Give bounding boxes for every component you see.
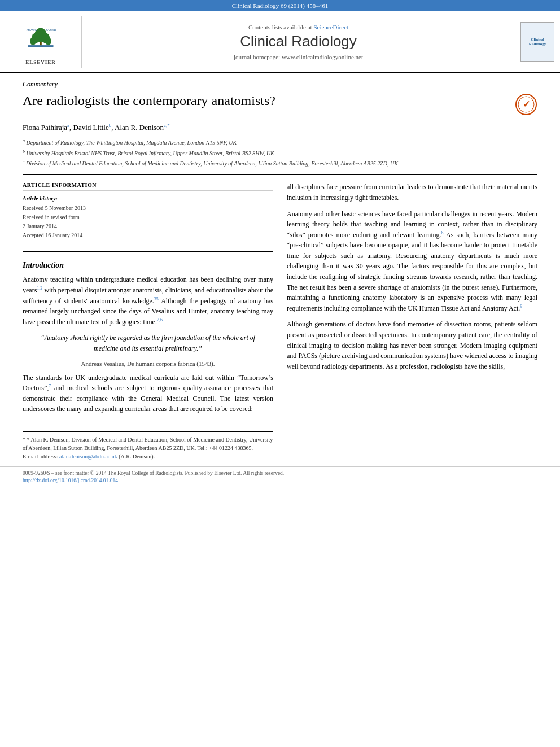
footnote-area: * * Alan R. Denison, Division of Medical… — [23, 431, 273, 461]
affiliation-a: a Department of Radiology, The Whittingt… — [23, 138, 537, 147]
accepted-date: Accepted 16 January 2014 — [23, 231, 273, 240]
right-column: all disciplines face pressure from curri… — [287, 182, 537, 461]
revised-date: 2 January 2014 — [23, 222, 273, 231]
article-title-text: Are radiologists the contemporary anatom… — [23, 92, 275, 110]
elsevier-tree-icon: HOMO FABER — [24, 26, 58, 51]
intro-para-1: Anatomy teaching within undergraduate me… — [23, 274, 273, 327]
footnote-email: E-mail address: alan.denison@abdn.ac.uk … — [23, 452, 273, 461]
info-divider — [23, 251, 273, 252]
two-column-layout: ARTICLE INFORMATION Article history: Rec… — [23, 182, 537, 461]
crossmark-icon: ✓ — [515, 93, 537, 116]
journal-citation: Clinical Radiology 69 (2014) 458–461 — [232, 2, 328, 9]
publisher-logo: HOMO FABER ELSEVIER — [0, 16, 82, 68]
svg-rect-0 — [28, 45, 54, 47]
affiliation-c: c Division of Medical and Dental Educati… — [23, 159, 537, 168]
footnote-star: * * Alan R. Denison, Division of Medical… — [23, 435, 273, 452]
sciencedirect-link[interactable]: ScienceDirect — [313, 24, 348, 30]
article-info-title: ARTICLE INFORMATION — [23, 182, 273, 191]
elsevier-logo-block: HOMO FABER — [12, 19, 69, 58]
doi-link[interactable]: http://dx.doi.org/10.1016/j.crad.2014.01… — [23, 478, 537, 483]
svg-text:HOMO: HOMO — [26, 28, 37, 32]
contents-available-line: Contents lists available at ScienceDirec… — [248, 24, 348, 30]
email-link[interactable]: alan.denison@abdn.ac.uk — [59, 453, 117, 460]
main-content: Commentary Are radiologists the contempo… — [0, 73, 560, 461]
svg-point-5 — [30, 37, 36, 45]
received-date: Received 5 November 2013 — [23, 204, 273, 213]
svg-text:✓: ✓ — [523, 99, 530, 109]
section-type-label: Commentary — [23, 73, 537, 92]
radiology-journal-icon: ClinicalRadiology — [520, 22, 554, 62]
journal-title-block: Contents lists available at ScienceDirec… — [82, 16, 515, 68]
article-info-box: ARTICLE INFORMATION Article history: Rec… — [23, 182, 273, 240]
right-para-2: Anatomy and other basic sciences have fa… — [287, 209, 537, 314]
article-history-title: Article history: — [23, 195, 273, 202]
issn-notice: 0009-9260/$ – see front matter © 2014 Th… — [23, 470, 284, 476]
quote-attribution: Andreas Vesalius, De humani corporis fab… — [23, 360, 273, 367]
journal-logo-right: ClinicalRadiology — [515, 16, 560, 68]
right-para-1: all disciplines face pressure from curri… — [287, 182, 537, 203]
bottom-bar: 0009-9260/$ – see front matter © 2014 Th… — [0, 466, 560, 487]
right-para-3: Although generations of doctors have fon… — [287, 319, 537, 372]
top-bar: Clinical Radiology 69 (2014) 458–461 — [0, 0, 560, 11]
svg-point-6 — [45, 37, 51, 45]
article-title-block: Are radiologists the contemporary anatom… — [23, 92, 537, 116]
elsevier-wordmark: ELSEVIER — [25, 59, 56, 65]
affiliation-b: b University Hospitals Bristol NHS Trust… — [23, 148, 537, 158]
journal-header: HOMO FABER ELSEVIER Contents lists avail… — [0, 11, 560, 73]
left-column: ARTICLE INFORMATION Article history: Rec… — [23, 182, 273, 461]
revised-label: Received in revised form — [23, 213, 273, 222]
introduction-heading: Introduction — [23, 261, 273, 270]
header-divider — [23, 174, 537, 175]
affiliations-block: a Department of Radiology, The Whittingt… — [23, 138, 537, 168]
vesalius-quote: “Anatomy should rightly be regarded as t… — [34, 333, 262, 354]
journal-homepage: journal homepage: www.clinicalradiologyo… — [234, 54, 363, 60]
authors-line: Fiona Pathirajaa, David Littleb, Alan R.… — [23, 123, 537, 132]
svg-text:FABER: FABER — [45, 28, 56, 32]
introduction-section: Introduction Anatomy teaching within und… — [23, 261, 273, 414]
intro-para-2: The standards for UK undergraduate medic… — [23, 373, 273, 414]
journal-title: Clinical Radiology — [240, 33, 357, 50]
